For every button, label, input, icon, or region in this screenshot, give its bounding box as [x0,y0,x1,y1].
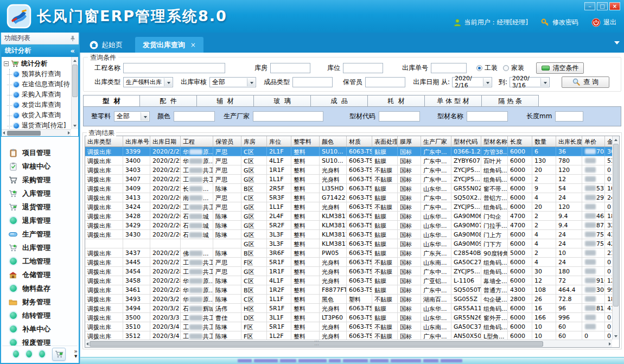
column-header-9[interactable]: 材质 [347,136,372,146]
column-header-17[interactable]: 出库长度 [556,136,582,146]
sidebar-item-14[interactable]: 报废管理 [2,336,78,346]
radio-jiazhuang[interactable]: 家装 [503,63,524,73]
material-tab-4[interactable]: 成 品 [311,95,368,107]
pin-icon[interactable] [70,35,75,42]
sidebar-item-11[interactable]: 财务管理 [2,295,78,309]
column-header-19[interactable]: 金 [605,136,612,146]
date-to-select[interactable]: 2020/ 3/16 [510,77,550,87]
grid-vertical-scrollbar[interactable] [612,136,619,340]
toolbar-cart-button[interactable] [52,348,66,361]
table-row-17[interactable]: 调拨出库34942020/3/2石辉城汤伟H区5R1F整料光身料6063-T5贴… [85,304,612,313]
table-row-12[interactable]: 调拨出库34452020/2/27工共工程严思F区5R1F整料光身料6063-T… [85,258,612,267]
column-header-6[interactable]: 库位 [267,136,291,146]
column-header-2[interactable]: 出库日期 [150,136,181,146]
column-header-13[interactable]: 型材代码 [451,136,481,146]
audit-select[interactable]: 全部 [209,77,256,87]
column-header-7[interactable]: 整零料 [291,136,320,146]
table-row-20[interactable]: 调拨出库35122020/3/4工共工程陈琳F区1L2F整料光身料6063-T5… [85,331,612,340]
sidebar-item-2[interactable]: 采购管理 [2,173,78,187]
location-input[interactable] [343,63,383,73]
table-row-3[interactable]: 调拨出库34072020/2/25工共工程严思G区1L1F整料光身料6063-T… [85,175,612,184]
tab-list-dropdown-icon[interactable] [614,41,620,44]
project-name-input[interactable] [123,63,225,73]
profile-name-input[interactable] [467,111,508,122]
minimize-button[interactable]: － [584,2,595,10]
table-row-5[interactable]: 调拨出库34132020/2/26南...严思C区5R3F整料G71422606… [85,193,612,202]
column-header-5[interactable]: 库房 [241,136,267,146]
tree-item-2[interactable]: 采购入库查询 [4,90,71,100]
toolbar-dot-icon[interactable] [13,350,19,357]
tree-horizontal-scrollbar[interactable] [2,129,71,136]
table-row-8[interactable]: 调拨出库34292020/2/26石城陈琳G区5R2F整料KLM38176063… [85,221,612,230]
tree-vscroll-thumb[interactable] [72,65,78,97]
grid-vscroll-thumb[interactable] [613,144,619,306]
table-row-16[interactable]: 调拨出库34932020/3/2华原...陈琳C区1L1F整料黑色塑料不贴膜国标… [85,295,612,304]
sidebar-item-5[interactable]: 退库管理 [2,214,78,227]
manufacturer-input[interactable] [253,111,323,122]
table-row-13[interactable]: 调拨出库34542020/2/28工共工程严思G区1R1F整料光身料6063-T… [85,267,612,276]
logout-button[interactable]: 退出 [591,18,616,27]
table-row-1[interactable]: 调拨出库34002020/2/25华原...严思C区4L1F整料SU10...6… [85,156,612,165]
keeper-input[interactable] [365,77,405,87]
sidebar-item-4[interactable]: 退货管理 [2,200,78,214]
table-row-4[interactable]: 调拨出库34092020/2/25长...陈琳B区2R5F整料LI35HD606… [85,184,612,193]
search-button[interactable]: 查 询 [562,76,609,88]
sidebar-item-9[interactable]: 仓储管理 [2,268,78,282]
table-row-18[interactable]: 调拨出库35002020/3/3工共工程曹佳D区3L1F整料LT3P606063… [85,313,612,322]
column-header-16[interactable]: 数量 [532,136,556,146]
sidebar-item-7[interactable]: 出库管理 [2,241,78,254]
material-tab-6[interactable]: 单 体 型 材 [425,95,482,107]
maximize-button[interactable]: □ [597,2,608,10]
material-tab-3[interactable]: 玻 璃 [254,95,311,107]
close-button[interactable]: × [609,2,620,10]
sidebar-item-8[interactable]: 工地管理 [2,254,78,268]
tab-close-icon[interactable]: × [190,41,196,49]
tab-shipping-outbound-query[interactable]: 发货出库查询 × [135,37,203,53]
column-header-10[interactable]: 表面处理 [372,136,398,146]
scroll-left-icon[interactable] [3,131,5,135]
column-header-1[interactable]: 出库单号 [123,136,150,146]
scroll-up-icon[interactable] [73,60,77,62]
whole-piece-select[interactable]: 全部 [114,111,150,122]
sidebar-item-13[interactable]: 补单中心 [2,322,78,336]
table-row-0[interactable]: 调拨出库33992020/2/25华原...严思C区2L1F整料SU10...6… [85,147,612,156]
column-header-15[interactable]: 长度 [508,136,532,146]
clear-conditions-button[interactable]: 清空条件 [536,62,584,74]
table-row-11[interactable]: 调拨出库34372020/2/27佛...陈琳B区3R6F整料PW056063-… [85,248,612,258]
date-from-select[interactable]: 2020/ 2/16 [452,77,492,87]
sidebar-item-3[interactable]: 入库管理 [2,187,78,200]
profile-code-input[interactable] [379,111,420,122]
section-header-statistics[interactable]: 统计分析 « [1,44,79,56]
column-header-11[interactable]: 膜厚 [398,136,421,146]
warehouse-input[interactable] [270,63,310,73]
order-no-input[interactable] [431,63,467,73]
grid-horizontal-scrollbar[interactable] [85,340,612,347]
sidebar-item-12[interactable]: 结转管理 [2,309,78,322]
scroll-right-icon[interactable] [68,131,70,135]
sidebar-item-0[interactable]: 项目管理 [2,146,78,159]
product-type-input[interactable] [292,77,333,87]
toolbar-overflow-button[interactable]: » ▼ [74,349,78,359]
sidebar-item-1[interactable]: 审核中心 [2,159,78,173]
toolbar-dot-icon[interactable] [26,350,32,357]
tree-root-statistics[interactable]: 统计分析 [4,58,71,69]
scroll-left-icon[interactable] [86,342,88,346]
tree-item-4[interactable]: 收货入库查询 [4,110,71,120]
grid-hscroll-thumb[interactable] [90,341,543,347]
table-row-7[interactable]: 调拨出库34282020/2/26石城陈琳G区2L4F整料KLM38176063… [85,212,612,221]
tree-hscroll-thumb[interactable] [7,131,41,136]
column-header-4[interactable]: 保管员 [213,136,241,146]
table-row-6[interactable]: 调拨出库34242020/2/26工共工程严思G区1L1F整料光身料6063-T… [85,202,612,212]
scroll-down-icon[interactable] [73,125,77,127]
tree-item-0[interactable]: 预算执行查询 [4,69,71,79]
table-row-15[interactable]: 调拨出库34612020/2/28华原...陈琳B区1R2F整料F8877FT6… [85,285,612,295]
tree-vertical-scrollbar[interactable] [71,57,78,129]
material-tab-1[interactable]: 配 件 [140,95,197,107]
column-header-18[interactable]: 单价 [582,136,605,146]
tree-item-3[interactable]: 发货出库查询 [4,100,71,110]
table-row-14[interactable]: 调拨出库34582020/2/28华原...陈琳C区4L1F整料光身料6063-… [85,276,612,285]
outbound-type-select[interactable]: 生产领料出库 [123,77,173,87]
change-password-link[interactable]: 修改密码 [541,18,578,27]
material-tab-7[interactable]: 隔 热 条 [482,95,539,107]
column-header-12[interactable]: 生产厂家 [421,136,451,146]
